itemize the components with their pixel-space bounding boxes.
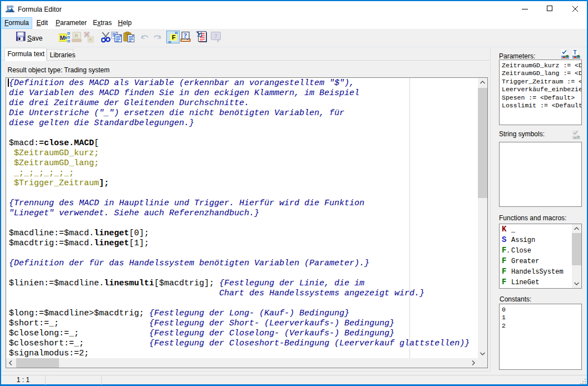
svg-text:?: ? [214,32,218,40]
svg-text:M: M [89,37,92,42]
svg-text:pm: pm [7,4,13,9]
svg-text:T: T [574,50,577,56]
svg-text:?: ? [184,32,187,39]
svg-text:M: M [60,34,65,41]
svg-text:„: „ [168,36,171,44]
svg-text:“: “ [175,31,178,38]
svg-text:M: M [75,33,78,39]
